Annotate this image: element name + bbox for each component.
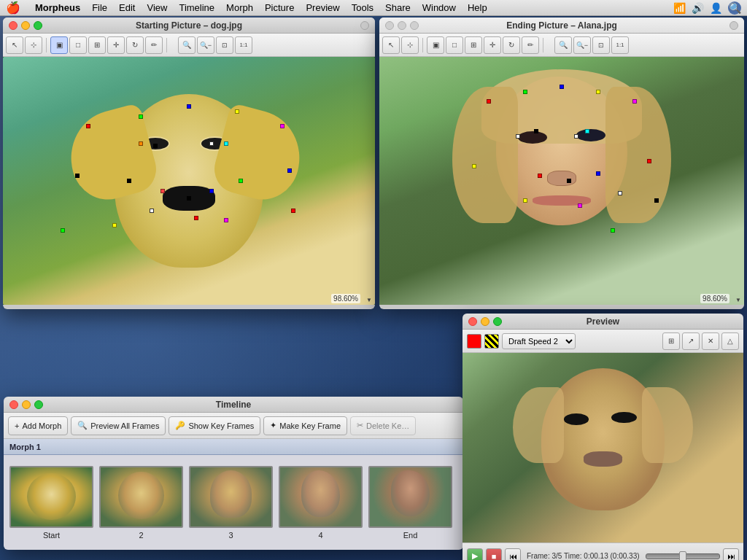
preview-icon-btn-4[interactable]: △: [721, 332, 739, 350]
girl-morph-point-10[interactable]: [538, 174, 542, 178]
ending-rotate-tool[interactable]: ↻: [503, 36, 520, 54]
girl-morph-point-18[interactable]: [654, 198, 659, 203]
starting-pointer-tool[interactable]: ⊹: [25, 36, 42, 54]
morph-point-7[interactable]: [153, 144, 158, 148]
morph-point-12[interactable]: [187, 196, 191, 201]
girl-morph-point-11[interactable]: [567, 179, 571, 183]
starting-move-tool[interactable]: ✛: [107, 36, 125, 54]
girl-morph-point-2[interactable]: [523, 90, 527, 94]
starting-rect-tool[interactable]: □: [69, 36, 87, 54]
forward-button[interactable]: ⏭: [723, 548, 739, 561]
preview-zoom-btn[interactable]: [493, 317, 502, 326]
ending-pencil-tool[interactable]: ✏: [522, 36, 539, 54]
girl-morph-point-7[interactable]: [534, 129, 538, 133]
morph-point-5[interactable]: [280, 124, 285, 128]
girl-morph-point-6[interactable]: [516, 134, 520, 139]
girl-morph-point-9[interactable]: [574, 134, 578, 139]
scrubber-thumb[interactable]: [679, 551, 686, 561]
morph-point-4[interactable]: [235, 109, 239, 114]
play-button[interactable]: ▶: [467, 548, 483, 561]
morph-point-15[interactable]: [150, 209, 154, 213]
ending-arrow-tool[interactable]: ↖: [382, 36, 400, 54]
girl-morph-point-19[interactable]: [472, 164, 476, 168]
ending-close-btn[interactable]: [385, 21, 394, 30]
morph-point-22[interactable]: [61, 228, 65, 233]
ending-scroll-arrow[interactable]: ▼: [735, 297, 741, 303]
ending-move-tool[interactable]: ✛: [484, 36, 501, 54]
menu-picture[interactable]: Picture: [259, 1, 300, 15]
girl-morph-point-16[interactable]: [611, 228, 615, 233]
ending-zoom-out-tool[interactable]: 🔍−: [573, 36, 591, 54]
starting-warp-tool[interactable]: ⊞: [88, 36, 106, 54]
starting-scroll-arrow[interactable]: ▼: [366, 297, 372, 303]
morph-point-13[interactable]: [209, 189, 214, 193]
starting-pencil-tool[interactable]: ✏: [145, 36, 163, 54]
morph-point-20[interactable]: [287, 168, 292, 173]
stop-button[interactable]: ■: [486, 548, 502, 561]
morph-point-16[interactable]: [194, 216, 198, 220]
frame-thumb-2[interactable]: [99, 466, 183, 528]
morph-point-10[interactable]: [127, 179, 131, 183]
frame-thumb-start[interactable]: [9, 466, 93, 528]
girl-morph-point-14[interactable]: [578, 203, 582, 208]
morph-point-17[interactable]: [112, 223, 117, 228]
girl-morph-point-3[interactable]: [560, 85, 564, 89]
morph-point-1[interactable]: [86, 124, 90, 128]
apple-menu-icon[interactable]: 🍎: [6, 1, 20, 15]
girl-morph-point-8[interactable]: [585, 129, 589, 133]
menu-window[interactable]: Window: [417, 1, 462, 15]
morph-point-6[interactable]: [139, 141, 143, 146]
morph-point-14[interactable]: [239, 179, 243, 183]
morph-point-18[interactable]: [224, 218, 228, 222]
starting-minimize-btn[interactable]: [21, 21, 30, 30]
frame-thumb-end[interactable]: [368, 466, 452, 528]
starting-select-tool[interactable]: ▣: [50, 36, 68, 54]
menu-edit[interactable]: Edit: [113, 1, 141, 15]
morph-point-11[interactable]: [160, 189, 165, 193]
add-morph-button[interactable]: + Add Morph: [8, 416, 68, 435]
menu-timeline[interactable]: Timeline: [173, 1, 220, 15]
morph-point-21[interactable]: [291, 209, 295, 213]
preview-color-swatch-red[interactable]: [467, 334, 481, 349]
ending-select-tool[interactable]: ▣: [427, 36, 444, 54]
spotlight-icon[interactable]: 🔍: [728, 1, 741, 15]
girl-morph-point-4[interactable]: [596, 90, 600, 94]
girl-morph-point-5[interactable]: [632, 99, 637, 104]
ending-zoom-btn[interactable]: [410, 21, 419, 30]
timeline-minimize-btn[interactable]: [22, 400, 31, 409]
menu-share[interactable]: Share: [379, 1, 417, 15]
ending-actual-tool[interactable]: 1:1: [611, 36, 629, 54]
starting-zoom-in-tool[interactable]: 🔍: [178, 36, 196, 54]
morph-point-2[interactable]: [139, 114, 143, 119]
starting-image-content[interactable]: 98.60% ▼: [3, 57, 375, 305]
morph-point-19[interactable]: [75, 174, 80, 178]
preview-icon-btn-1[interactable]: ⊞: [662, 332, 680, 350]
preview-all-frames-button[interactable]: 🔍 Preview All Frames: [71, 416, 166, 435]
girl-morph-point-15[interactable]: [618, 191, 622, 195]
show-key-frames-button[interactable]: 🔑 Show Key Frames: [169, 416, 260, 435]
delete-key-button[interactable]: ✂ Delete Ke…: [350, 416, 416, 435]
timeline-zoom-btn[interactable]: [34, 400, 43, 409]
starting-fit-tool[interactable]: ⊡: [216, 36, 233, 54]
starting-zoom-out-tool[interactable]: 🔍−: [197, 36, 214, 54]
ending-zoom-in-tool[interactable]: 🔍: [554, 36, 572, 54]
ending-image-content[interactable]: 98.60% ▼: [379, 57, 744, 305]
girl-morph-point-13[interactable]: [523, 198, 527, 203]
morph-point-3[interactable]: [187, 104, 191, 109]
menu-file[interactable]: File: [86, 1, 113, 15]
timeline-close-btn[interactable]: [9, 400, 18, 409]
menu-help[interactable]: Help: [462, 1, 493, 15]
starting-zoom-btn[interactable]: [34, 21, 42, 30]
girl-morph-point-1[interactable]: [487, 99, 491, 104]
scrubber-track[interactable]: [646, 553, 720, 559]
starting-arrow-tool[interactable]: ↖: [6, 36, 23, 54]
preview-icon-btn-3[interactable]: ✕: [702, 332, 719, 350]
frame-thumb-3[interactable]: [189, 466, 273, 528]
ending-fit-tool[interactable]: ⊡: [592, 36, 610, 54]
menu-morpheus[interactable]: Morpheus: [29, 1, 86, 15]
menu-view[interactable]: View: [141, 1, 173, 15]
ending-pointer-tool[interactable]: ⊹: [401, 36, 419, 54]
girl-morph-point-17[interactable]: [647, 159, 651, 163]
preview-close-btn[interactable]: [468, 317, 477, 326]
starting-scroll-btn[interactable]: [360, 21, 369, 30]
